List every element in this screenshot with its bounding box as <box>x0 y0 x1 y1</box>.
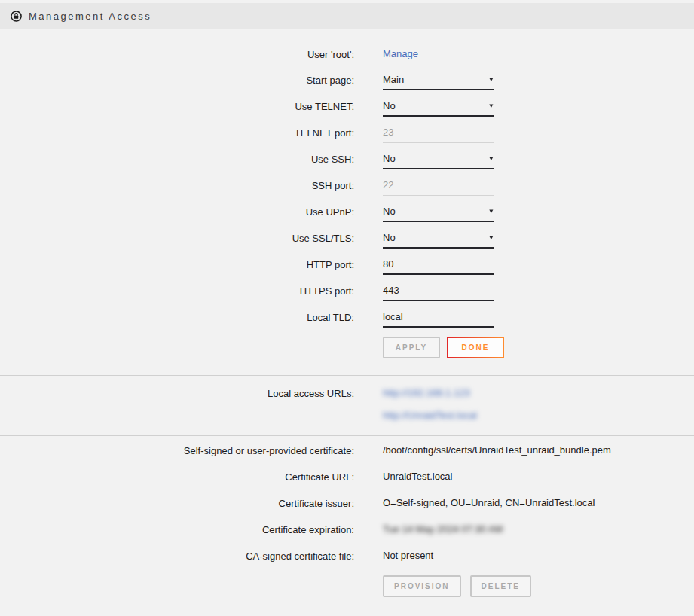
select-value: No <box>383 100 396 111</box>
form-row-local-tld: Local TLD: <box>0 310 694 328</box>
field-label: HTTP port: <box>0 258 354 272</box>
https-port-input[interactable] <box>383 284 494 301</box>
chevron-down-icon: ▼ <box>488 155 495 163</box>
select-value: No <box>383 206 396 217</box>
lock-circle-icon <box>11 11 22 22</box>
ssh-port-input <box>383 178 494 196</box>
panel-title: Management Access <box>29 11 151 22</box>
panel-header: Management Access <box>0 3 694 29</box>
local-access-url-1[interactable]: http://192.168.1.123 <box>383 387 470 398</box>
form-row-use-upnp: Use UPnP: No ▼ <box>0 205 694 222</box>
local-access-url-2[interactable]: http://UnraidTest.local <box>383 410 477 421</box>
cert-row-expiration: Certificate expiration: Tue 14 May 2024 … <box>0 523 694 537</box>
form-row-user-root: User 'root': Manage <box>0 47 694 62</box>
cert-url: UnraidTest.local <box>383 470 694 483</box>
cert-row-issuer: Certificate issuer: O=Self-signed, OU=Un… <box>0 496 694 511</box>
apply-button[interactable]: APPLY <box>383 337 440 358</box>
local-access-section: Local access URLs: http://192.168.1.123 … <box>0 376 694 435</box>
use-ssh-select[interactable]: No ▼ <box>383 152 494 169</box>
certificate-section: Self-signed or user-provided certificate… <box>0 436 694 597</box>
field-label: SSH port: <box>0 178 354 193</box>
delete-button[interactable]: DELETE <box>470 575 531 597</box>
field-label: Certificate URL: <box>0 470 354 484</box>
ca-cert-status: Not present <box>383 549 694 563</box>
cert-bundle-path: /boot/config/ssl/certs/UnraidTest_unraid… <box>383 444 694 457</box>
management-access-form: User 'root': Manage Start page: Main ▼ U… <box>0 29 694 375</box>
form-row-ssh-port: SSH port: <box>0 178 694 196</box>
cert-row-url: Certificate URL: UnraidTest.local <box>0 470 694 484</box>
form-row-http-port: HTTP port: <box>0 258 694 275</box>
use-upnp-select[interactable]: No ▼ <box>383 205 494 222</box>
local-tld-input[interactable] <box>383 310 494 328</box>
field-label: Start page: <box>0 73 354 87</box>
form-row-start-page: Start page: Main ▼ <box>0 73 694 90</box>
start-page-select[interactable]: Main ▼ <box>383 73 494 90</box>
cert-row-bundle: Self-signed or user-provided certificate… <box>0 444 694 458</box>
field-label: Use UPnP: <box>0 205 354 219</box>
use-telnet-select[interactable]: No ▼ <box>383 99 494 117</box>
field-label: CA-signed certificate file: <box>0 549 354 563</box>
cert-row-ca-file: CA-signed certificate file: Not present <box>0 549 694 563</box>
chevron-down-icon: ▼ <box>488 234 495 242</box>
form-row-use-ssh: Use SSH: No ▼ <box>0 152 694 169</box>
form-row-telnet-port: TELNET port: <box>0 126 694 143</box>
chevron-down-icon: ▼ <box>488 102 495 110</box>
cert-buttons-row: PROVISIONDELETE <box>0 575 694 597</box>
field-label: Certificate expiration: <box>0 523 354 537</box>
field-label: Use TELNET: <box>0 99 354 114</box>
form-row-use-ssl: Use SSL/TLS: No ▼ <box>0 231 694 249</box>
field-label: HTTPS port: <box>0 284 354 298</box>
select-value: Main <box>383 74 404 85</box>
telnet-port-input <box>383 126 494 143</box>
field-label: Self-signed or user-provided certificate… <box>0 444 354 458</box>
done-button[interactable]: DONE <box>447 337 504 358</box>
cert-expiration: Tue 14 May 2024 07:30 AM <box>383 523 694 536</box>
select-value: No <box>383 232 396 243</box>
local-access-row: Local access URLs: http://192.168.1.123 … <box>0 386 694 422</box>
field-label: User 'root': <box>0 47 354 62</box>
field-label: Local access URLs: <box>0 386 354 401</box>
manage-link[interactable]: Manage <box>383 48 418 59</box>
chevron-down-icon: ▼ <box>488 76 495 84</box>
form-row-use-telnet: Use TELNET: No ▼ <box>0 99 694 117</box>
provision-button[interactable]: PROVISION <box>383 575 461 597</box>
field-label: TELNET port: <box>0 126 354 140</box>
field-label: Certificate issuer: <box>0 496 354 511</box>
chevron-down-icon: ▼ <box>488 208 495 215</box>
use-ssl-select[interactable]: No ▼ <box>383 231 494 249</box>
form-row-https-port: HTTPS port: <box>0 284 694 301</box>
cert-issuer: O=Self-signed, OU=Unraid, CN=UnraidTest.… <box>383 496 694 510</box>
field-label: Use SSH: <box>0 152 354 166</box>
select-value: No <box>383 153 396 164</box>
http-port-input[interactable] <box>383 258 494 275</box>
field-label: Local TLD: <box>0 310 354 325</box>
form-buttons-row: APPLYDONE <box>0 337 694 358</box>
field-label: Use SSL/TLS: <box>0 231 354 245</box>
